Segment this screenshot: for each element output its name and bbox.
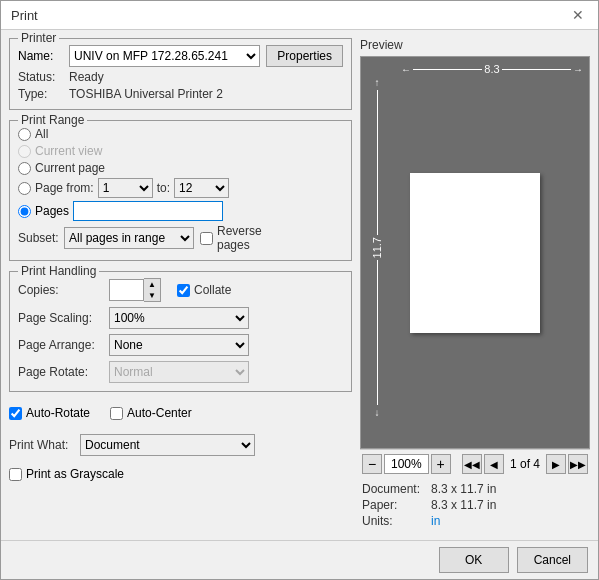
page-scaling-select[interactable]: 100% (109, 307, 249, 329)
dialog-title: Print (11, 8, 38, 23)
auto-rotate-label: Auto-Rotate (26, 406, 90, 420)
cancel-button[interactable]: Cancel (517, 547, 588, 573)
page-from-select[interactable]: 1 (98, 178, 153, 198)
auto-rotate-row: Auto-Rotate (9, 406, 90, 420)
reverse-pages-row: Reverse pages (200, 224, 257, 252)
grayscale-label: Print as Grayscale (26, 467, 124, 481)
preview-paper (410, 173, 540, 333)
preview-area: ← 8.3 → ↑ 11.7 ↓ (360, 56, 590, 449)
grayscale-row: Print as Grayscale (9, 467, 352, 481)
preview-label: Preview (360, 38, 590, 52)
dialog-body: Printer Name: UNIV on MFP 172.28.65.241 … (1, 30, 598, 540)
page-rotate-select: Normal (109, 361, 249, 383)
reverse-pages-label: Reverse pages (217, 224, 257, 252)
close-button[interactable]: ✕ (568, 7, 588, 23)
to-select[interactable]: 12 (174, 178, 229, 198)
current-page-label: Current page (35, 161, 105, 175)
paper-info-row: Paper: 8.3 x 11.7 in (362, 498, 588, 512)
width-dimension: ← 8.3 → (401, 63, 583, 75)
pages-radio-row: Pages 12,1,2,11 (18, 201, 343, 221)
spinner-up-button[interactable]: ▲ (144, 279, 160, 290)
dialog-footer: OK Cancel (1, 540, 598, 579)
page-display: 1 of 4 (506, 457, 544, 471)
units-info-value: in (431, 514, 440, 528)
ok-button[interactable]: OK (439, 547, 509, 573)
printer-type-label: Type: (18, 87, 63, 101)
current-page-radio-row: Current page (18, 161, 343, 175)
prev-page-button[interactable]: ◀ (484, 454, 504, 474)
print-dialog: Print ✕ Printer Name: UNIV on MFP 172.28… (0, 0, 599, 580)
zoom-out-button[interactable]: − (362, 454, 382, 474)
document-info-row: Document: 8.3 x 11.7 in (362, 482, 588, 496)
dim-width-value: 8.3 (484, 63, 499, 75)
current-view-radio (18, 145, 31, 158)
subset-select[interactable]: All pages in range (64, 227, 194, 249)
next-page-button[interactable]: ▶ (546, 454, 566, 474)
print-handling-label: Print Handling (18, 264, 99, 278)
page-from-label: Page from: (35, 181, 94, 195)
zoom-bar: − 100% + ◀◀ ◀ 1 of 4 ▶ ▶▶ (360, 449, 590, 478)
print-range-group: Print Range All Current view Current pag… (9, 120, 352, 261)
reverse-pages-checkbox[interactable] (200, 232, 213, 245)
properties-button[interactable]: Properties (266, 45, 343, 67)
paper-info-value: 8.3 x 11.7 in (431, 498, 496, 512)
all-radio[interactable] (18, 128, 31, 141)
printer-name-label: Name: (18, 49, 63, 63)
collate-label: Collate (194, 283, 279, 297)
auto-center-checkbox[interactable] (110, 407, 123, 420)
current-page-radio[interactable] (18, 162, 31, 175)
print-what-label: Print What: (9, 438, 74, 452)
printer-status-value: Ready (69, 70, 104, 84)
print-range-label: Print Range (18, 113, 87, 127)
page-from-radio[interactable] (18, 182, 31, 195)
printer-status-row: Status: Ready (18, 70, 343, 84)
pages-input[interactable]: 12,1,2,11 (73, 201, 223, 221)
printer-name-select[interactable]: UNIV on MFP 172.28.65.241 (69, 45, 260, 67)
all-radio-row: All (18, 127, 343, 141)
pages-radio-label: Pages (35, 204, 69, 218)
all-label: All (35, 127, 48, 141)
zoom-display: 100% (384, 454, 429, 474)
printer-type-value: TOSHIBA Universal Printer 2 (69, 87, 223, 101)
page-scaling-label: Page Scaling: (18, 311, 103, 325)
collate-check: Collate (177, 283, 279, 297)
paper-info-label: Paper: (362, 498, 427, 512)
first-page-button[interactable]: ◀◀ (462, 454, 482, 474)
page-arrange-select[interactable]: None (109, 334, 249, 356)
zoom-in-button[interactable]: + (431, 454, 451, 474)
page-rotate-row: Page Rotate: Normal (18, 361, 343, 383)
current-view-label: Current view (35, 144, 102, 158)
printer-name-row: Name: UNIV on MFP 172.28.65.241 Properti… (18, 45, 343, 67)
page-nav: ◀◀ ◀ 1 of 4 ▶ ▶▶ (462, 454, 588, 474)
document-info-value: 8.3 x 11.7 in (431, 482, 496, 496)
to-label: to: (157, 181, 170, 195)
auto-rotate-checkbox[interactable] (9, 407, 22, 420)
right-panel: Preview ← 8.3 → ↑ 11.7 ↓ (360, 38, 590, 532)
copies-spinner: 1 ▲ ▼ (109, 278, 161, 302)
page-arrange-label: Page Arrange: (18, 338, 103, 352)
collate-checkbox[interactable] (177, 284, 190, 297)
printer-group-label: Printer (18, 31, 59, 45)
units-info-label: Units: (362, 514, 427, 528)
copies-input[interactable]: 1 (109, 279, 144, 301)
page-arrange-row: Page Arrange: None (18, 334, 343, 356)
copies-collate: 1 ▲ ▼ Collate (109, 278, 279, 302)
page-scaling-row: Page Scaling: 100% (18, 307, 343, 329)
printer-type-row: Type: TOSHIBA Universal Printer 2 (18, 87, 343, 101)
copies-row: Copies: 1 ▲ ▼ Collate (18, 278, 343, 302)
copies-label: Copies: (18, 283, 103, 297)
print-handling-group: Print Handling Copies: 1 ▲ ▼ (9, 271, 352, 392)
page-from-radio-row: Page from: 1 to: 12 (18, 178, 343, 198)
page-rotate-label: Page Rotate: (18, 365, 103, 379)
bottom-checks: Auto-Rotate Auto-Center (9, 402, 352, 424)
pages-radio[interactable] (18, 205, 31, 218)
spinner-buttons: ▲ ▼ (144, 278, 161, 302)
units-info-row: Units: in (362, 514, 588, 528)
grayscale-checkbox[interactable] (9, 468, 22, 481)
print-what-select[interactable]: Document (80, 434, 255, 456)
auto-center-label: Auto-Center (127, 406, 192, 420)
subset-label: Subset: (18, 231, 58, 245)
last-page-button[interactable]: ▶▶ (568, 454, 588, 474)
document-info-label: Document: (362, 482, 427, 496)
spinner-down-button[interactable]: ▼ (144, 290, 160, 301)
